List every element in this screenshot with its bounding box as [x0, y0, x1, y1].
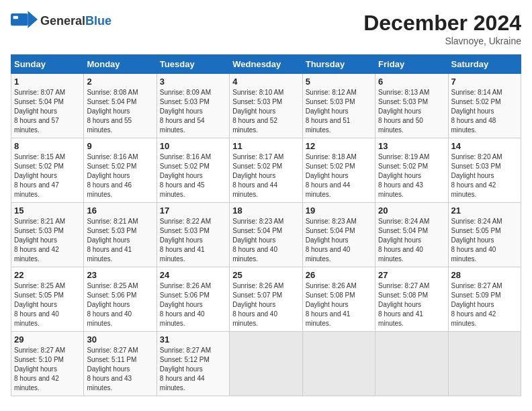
daylight-label: Daylight hours [160, 365, 203, 373]
day-info: Sunrise: 8:27 AM Sunset: 5:08 PM Dayligh… [378, 281, 445, 328]
day-number: 1 [14, 77, 81, 87]
sunset-label: Sunset: 5:03 PM [306, 98, 355, 105]
sunrise-label: Sunrise: 8:27 AM [378, 282, 429, 289]
sunset-label: Sunset: 5:03 PM [451, 163, 501, 170]
day-info: Sunrise: 8:26 AM Sunset: 5:08 PM Dayligh… [306, 281, 372, 328]
calendar-week-1: 1 Sunrise: 8:07 AM Sunset: 5:04 PM Dayli… [11, 74, 521, 138]
logo-blue: Blue [85, 14, 112, 28]
daylight-label: Daylight hours [378, 236, 421, 244]
daylight-value: 8 hours and 40 minutes. [451, 246, 496, 263]
calendar-cell: 16 Sunrise: 8:21 AM Sunset: 5:03 PM Dayl… [84, 203, 157, 267]
logo: General Blue [11, 11, 112, 31]
day-number: 5 [306, 77, 372, 87]
calendar-header-friday: Friday [375, 55, 448, 74]
day-number: 8 [14, 141, 81, 151]
day-number: 22 [14, 270, 81, 280]
sunrise-label: Sunrise: 8:14 AM [451, 89, 502, 96]
day-number: 3 [160, 77, 226, 87]
sunset-label: Sunset: 5:03 PM [160, 98, 210, 105]
logo-icon [11, 11, 38, 30]
sunset-label: Sunset: 5:02 PM [306, 163, 355, 170]
daylight-value: 8 hours and 47 minutes. [14, 181, 59, 198]
calendar-table: SundayMondayTuesdayWednesdayThursdayFrid… [11, 54, 521, 396]
sunrise-label: Sunrise: 8:25 AM [87, 282, 138, 289]
sunrise-label: Sunrise: 8:27 AM [14, 347, 65, 354]
sunrise-label: Sunrise: 8:21 AM [87, 218, 138, 225]
sunset-label: Sunset: 5:03 PM [87, 227, 136, 234]
day-info: Sunrise: 8:15 AM Sunset: 5:02 PM Dayligh… [14, 152, 81, 199]
daylight-value: 8 hours and 44 minutes. [232, 181, 277, 198]
daylight-value: 8 hours and 51 minutes. [306, 117, 351, 134]
day-info: Sunrise: 8:27 AM Sunset: 5:11 PM Dayligh… [87, 346, 153, 393]
daylight-label: Daylight hours [87, 365, 130, 373]
daylight-value: 8 hours and 42 minutes. [14, 246, 59, 263]
sunset-label: Sunset: 5:03 PM [14, 227, 64, 234]
sunset-label: Sunset: 5:09 PM [451, 291, 501, 299]
daylight-label: Daylight hours [14, 236, 57, 244]
sunrise-label: Sunrise: 8:09 AM [160, 89, 211, 96]
day-number: 2 [87, 77, 153, 87]
day-info: Sunrise: 8:27 AM Sunset: 5:09 PM Dayligh… [451, 281, 518, 328]
sunrise-label: Sunrise: 8:16 AM [160, 153, 211, 161]
sunset-label: Sunset: 5:02 PM [87, 163, 136, 170]
daylight-value: 8 hours and 43 minutes. [378, 181, 423, 198]
day-number: 21 [451, 205, 518, 216]
calendar-cell: 17 Sunrise: 8:22 AM Sunset: 5:03 PM Dayl… [157, 203, 229, 267]
sunrise-label: Sunrise: 8:16 AM [87, 153, 138, 161]
calendar-cell: 25 Sunrise: 8:26 AM Sunset: 5:07 PM Dayl… [230, 267, 302, 332]
sunrise-label: Sunrise: 8:10 AM [232, 89, 283, 96]
calendar-cell [230, 332, 302, 396]
day-info: Sunrise: 8:16 AM Sunset: 5:02 PM Dayligh… [87, 152, 153, 199]
day-number: 26 [306, 270, 372, 280]
day-info: Sunrise: 8:13 AM Sunset: 5:03 PM Dayligh… [378, 88, 445, 135]
day-info: Sunrise: 8:23 AM Sunset: 5:04 PM Dayligh… [306, 217, 372, 264]
daylight-label: Daylight hours [14, 301, 57, 308]
sunrise-label: Sunrise: 8:15 AM [14, 153, 65, 161]
daylight-label: Daylight hours [232, 172, 275, 179]
sunrise-label: Sunrise: 8:17 AM [232, 153, 283, 161]
calendar-cell: 1 Sunrise: 8:07 AM Sunset: 5:04 PM Dayli… [11, 74, 84, 138]
calendar-week-3: 15 Sunrise: 8:21 AM Sunset: 5:03 PM Dayl… [11, 203, 521, 267]
daylight-value: 8 hours and 50 minutes. [378, 117, 423, 134]
sunset-label: Sunset: 5:02 PM [232, 163, 282, 170]
day-number: 12 [306, 141, 372, 151]
calendar-cell: 27 Sunrise: 8:27 AM Sunset: 5:08 PM Dayl… [375, 267, 448, 332]
day-info: Sunrise: 8:21 AM Sunset: 5:03 PM Dayligh… [14, 217, 81, 264]
day-number: 31 [160, 334, 226, 345]
day-info: Sunrise: 8:12 AM Sunset: 5:03 PM Dayligh… [306, 88, 372, 135]
calendar-header-monday: Monday [84, 55, 157, 74]
calendar-cell: 14 Sunrise: 8:20 AM Sunset: 5:03 PM Dayl… [448, 138, 521, 203]
sunrise-label: Sunrise: 8:24 AM [451, 218, 502, 225]
day-info: Sunrise: 8:08 AM Sunset: 5:04 PM Dayligh… [87, 88, 153, 135]
daylight-value: 8 hours and 57 minutes. [14, 117, 59, 134]
sunset-label: Sunset: 5:08 PM [306, 291, 355, 299]
calendar-cell: 22 Sunrise: 8:25 AM Sunset: 5:05 PM Dayl… [11, 267, 84, 332]
day-info: Sunrise: 8:22 AM Sunset: 5:03 PM Dayligh… [160, 217, 226, 264]
daylight-value: 8 hours and 42 minutes. [451, 310, 496, 327]
daylight-value: 8 hours and 40 minutes. [306, 246, 351, 263]
day-info: Sunrise: 8:17 AM Sunset: 5:02 PM Dayligh… [232, 152, 299, 199]
calendar-cell: 28 Sunrise: 8:27 AM Sunset: 5:09 PM Dayl… [448, 267, 521, 332]
daylight-value: 8 hours and 42 minutes. [451, 181, 496, 198]
daylight-value: 8 hours and 41 minutes. [87, 246, 132, 263]
day-number: 18 [232, 205, 299, 216]
month-title: December 2024 [363, 11, 521, 36]
calendar-cell: 3 Sunrise: 8:09 AM Sunset: 5:03 PM Dayli… [157, 74, 229, 138]
day-info: Sunrise: 8:16 AM Sunset: 5:02 PM Dayligh… [160, 152, 226, 199]
sunset-label: Sunset: 5:05 PM [14, 291, 64, 299]
sunset-label: Sunset: 5:04 PM [378, 227, 428, 234]
calendar-cell [375, 332, 448, 396]
calendar-week-4: 22 Sunrise: 8:25 AM Sunset: 5:05 PM Dayl… [11, 267, 521, 332]
daylight-value: 8 hours and 41 minutes. [378, 310, 423, 327]
sunset-label: Sunset: 5:04 PM [306, 227, 355, 234]
day-number: 6 [378, 77, 445, 87]
svg-rect-2 [13, 16, 18, 19]
calendar-header-sunday: Sunday [11, 55, 84, 74]
day-info: Sunrise: 8:14 AM Sunset: 5:02 PM Dayligh… [451, 88, 518, 135]
calendar-cell: 5 Sunrise: 8:12 AM Sunset: 5:03 PM Dayli… [302, 74, 375, 138]
calendar-header-row: SundayMondayTuesdayWednesdayThursdayFrid… [11, 55, 521, 74]
calendar-cell: 23 Sunrise: 8:25 AM Sunset: 5:06 PM Dayl… [84, 267, 157, 332]
sunrise-label: Sunrise: 8:24 AM [378, 218, 429, 225]
daylight-label: Daylight hours [306, 172, 349, 179]
sunrise-label: Sunrise: 8:26 AM [306, 282, 357, 289]
